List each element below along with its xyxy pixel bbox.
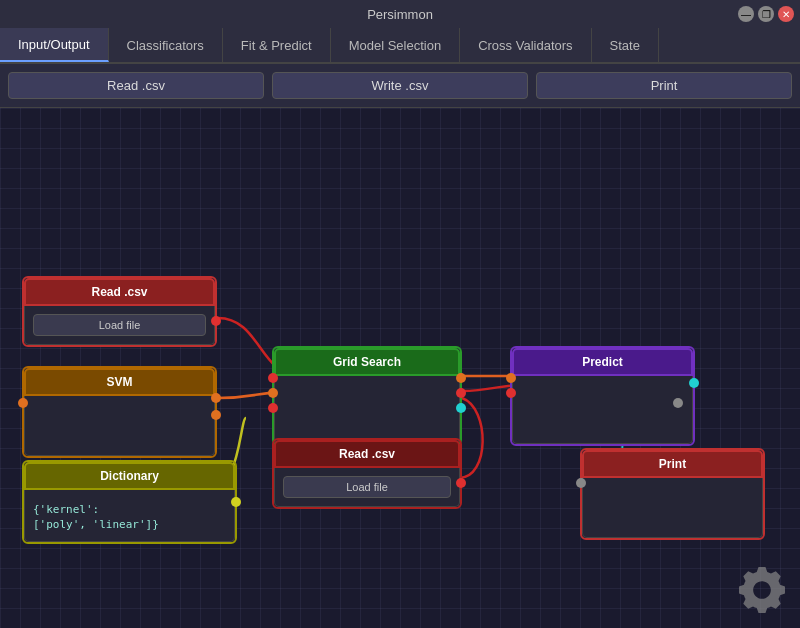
predict-in-port-2 — [506, 388, 516, 398]
svm-body — [24, 396, 215, 456]
gs-in-port-1 — [268, 373, 278, 383]
write-csv-toolbar-button[interactable]: Write .csv — [272, 72, 528, 99]
gs-out-port-1 — [456, 373, 466, 383]
dictionary-out-port — [231, 497, 241, 507]
load-file-button-2[interactable]: Load file — [283, 476, 451, 498]
gs-in-port-2 — [268, 388, 278, 398]
svm-in-port — [18, 398, 28, 408]
minimize-button[interactable]: — — [738, 6, 754, 22]
read-csv-toolbar-button[interactable]: Read .csv — [8, 72, 264, 99]
print-header: Print — [582, 450, 763, 478]
tab-fit-predict[interactable]: Fit & Predict — [223, 28, 331, 62]
print-node: Print — [580, 448, 765, 540]
canvas-area: Read .csv Load file SVM Dictionary {'ker… — [0, 108, 800, 628]
predict-out-port-2 — [673, 398, 683, 408]
print-body — [582, 478, 763, 538]
gs-out-port-3 — [456, 403, 466, 413]
window-controls: — ❐ ✕ — [738, 6, 794, 22]
grid-search-node: Grid Search — [272, 346, 462, 446]
print-toolbar-button[interactable]: Print — [536, 72, 792, 99]
gs-in-port-3 — [268, 403, 278, 413]
read-csv-2-header: Read .csv — [274, 440, 460, 468]
tab-input-output[interactable]: Input/Output — [0, 28, 109, 62]
load-file-button-1[interactable]: Load file — [33, 314, 206, 336]
tab-classificators[interactable]: Classificators — [109, 28, 223, 62]
predict-node: Predict — [510, 346, 695, 446]
dictionary-header: Dictionary — [24, 462, 235, 490]
svm-out-port-2 — [211, 410, 221, 420]
toolbar: Read .csv Write .csv Print — [0, 64, 800, 108]
title-bar: Persimmon — ❐ ✕ — [0, 0, 800, 28]
read-csv-2-body: Load file — [274, 468, 460, 507]
predict-body — [512, 376, 693, 444]
svm-header: SVM — [24, 368, 215, 396]
predict-in-port-1 — [506, 373, 516, 383]
tab-state[interactable]: State — [592, 28, 659, 62]
dictionary-body: {'kernel': ['poly', 'linear']} — [24, 490, 235, 542]
close-button[interactable]: ✕ — [778, 6, 794, 22]
dictionary-node: Dictionary {'kernel': ['poly', 'linear']… — [22, 460, 237, 544]
read-csv-1-out-port — [211, 316, 221, 326]
predict-header: Predict — [512, 348, 693, 376]
svm-out-port-1 — [211, 393, 221, 403]
gear-icon[interactable] — [736, 564, 788, 616]
tab-cross-validators[interactable]: Cross Validators — [460, 28, 591, 62]
app-title: Persimmon — [367, 7, 433, 22]
restore-button[interactable]: ❐ — [758, 6, 774, 22]
read-csv-node-2: Read .csv Load file — [272, 438, 462, 509]
read-csv-1-body: Load file — [24, 306, 215, 345]
svm-node: SVM — [22, 366, 217, 458]
grid-search-body — [274, 376, 460, 444]
nav-tabs: Input/Output Classificators Fit & Predic… — [0, 28, 800, 64]
predict-out-port — [689, 378, 699, 388]
grid-search-header: Grid Search — [274, 348, 460, 376]
tab-model-selection[interactable]: Model Selection — [331, 28, 461, 62]
read-csv-2-out-port — [456, 478, 466, 488]
read-csv-1-header: Read .csv — [24, 278, 215, 306]
dictionary-text: {'kernel': ['poly', 'linear']} — [33, 502, 226, 533]
print-in-port — [576, 478, 586, 488]
read-csv-node-1: Read .csv Load file — [22, 276, 217, 347]
gs-out-port-2 — [456, 388, 466, 398]
